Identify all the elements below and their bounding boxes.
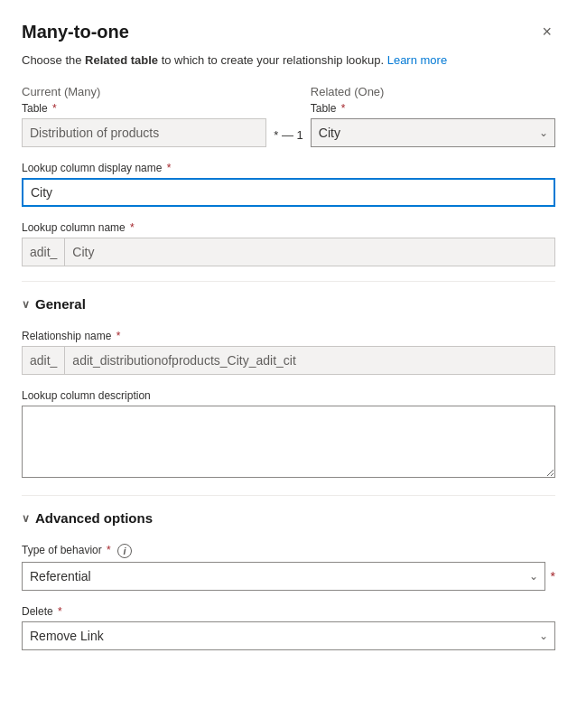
lookup-column-name-field: adit_ [22, 238, 555, 266]
relationship-name-label: Relationship name * [22, 330, 555, 342]
dialog-header: Many-to-one × [22, 22, 555, 42]
type-behavior-select[interactable]: Referential [22, 562, 545, 591]
current-many-col: Current (Many) Table * [22, 85, 266, 147]
lookup-column-name-row: Lookup column name * adit_ [22, 221, 555, 266]
learn-more-link[interactable]: Learn more [387, 53, 447, 67]
current-table-input [22, 118, 266, 147]
delete-select-wrapper[interactable]: Remove Link ⌄ [22, 621, 555, 650]
lookup-description-textarea[interactable] [22, 406, 555, 478]
related-table-select[interactable]: City [311, 118, 555, 147]
advanced-section-toggle[interactable]: ∨ Advanced options [22, 510, 555, 526]
current-table-label: Table * [22, 102, 266, 115]
related-table-label: Table * [311, 102, 555, 115]
table-selection-row: Current (Many) Table * * — 1 Related (On… [22, 85, 555, 147]
general-collapse-icon: ∨ [22, 298, 30, 311]
lookup-description-row: Lookup column description [22, 389, 555, 481]
connector-text: * — 1 [266, 128, 311, 147]
lookup-display-label: Lookup column display name * [22, 162, 555, 174]
relationship-name-prefix: adit_ [23, 347, 65, 374]
lookup-column-name-prefix: adit_ [23, 238, 65, 266]
general-section-toggle[interactable]: ∨ General [22, 296, 555, 312]
advanced-collapse-icon: ∨ [22, 512, 30, 525]
dialog-title: Many-to-one [22, 22, 129, 42]
relationship-name-row: Relationship name * adit_ [22, 330, 555, 375]
related-section-label: Related (One) [311, 85, 555, 98]
type-of-behavior-row: Type of behavior * i Referential ⌄ * [22, 544, 555, 591]
delete-select[interactable]: Remove Link [22, 621, 555, 650]
divider-2 [22, 495, 555, 496]
type-behavior-field-row: Referential ⌄ * [22, 562, 555, 591]
lookup-display-name-input[interactable] [22, 178, 555, 207]
subtitle: Choose the Related table to which to cre… [22, 53, 555, 67]
relationship-name-field: adit_ [22, 346, 555, 375]
many-to-one-dialog: Many-to-one × Choose the Related table t… [0, 0, 577, 728]
advanced-section-label: Advanced options [35, 510, 153, 526]
type-behavior-select-wrapper[interactable]: Referential ⌄ [22, 562, 545, 591]
lookup-description-label: Lookup column description [22, 389, 555, 402]
related-table-select-wrapper[interactable]: City ⌄ [311, 118, 555, 147]
lookup-display-name-row: Lookup column display name * [22, 162, 555, 207]
delete-row: Delete * Remove Link ⌄ [22, 605, 555, 650]
lookup-column-name-input[interactable] [65, 238, 554, 266]
related-one-col: Related (One) Table * City ⌄ [311, 85, 555, 147]
close-button[interactable]: × [538, 22, 555, 42]
type-behavior-label: Type of behavior * i [22, 544, 555, 558]
type-behavior-required-star: * [551, 569, 555, 583]
general-section-label: General [35, 296, 86, 312]
divider-1 [22, 281, 555, 282]
info-icon: i [117, 544, 132, 558]
lookup-column-name-label: Lookup column name * [22, 221, 555, 234]
delete-label: Delete * [22, 605, 555, 618]
current-section-label: Current (Many) [22, 85, 266, 98]
relationship-name-input[interactable] [65, 347, 554, 374]
